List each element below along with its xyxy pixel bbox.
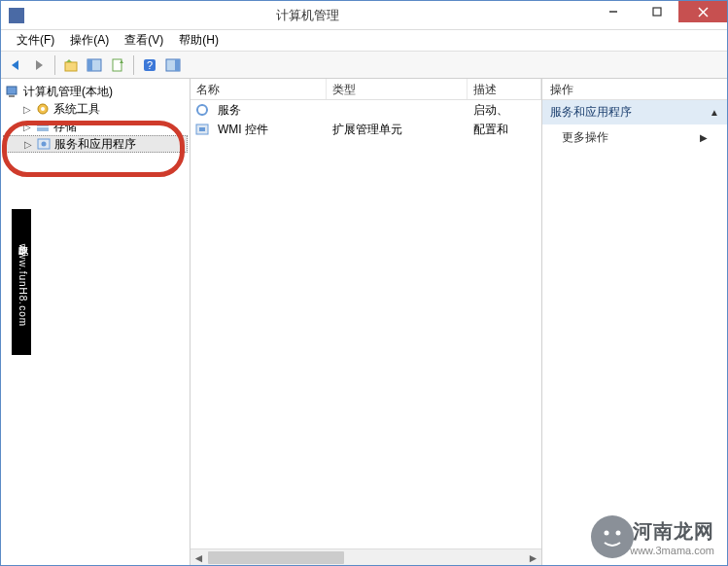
svg-rect-22 xyxy=(199,127,205,131)
scroll-right-icon[interactable]: ► xyxy=(525,549,541,565)
panes2-icon xyxy=(165,57,181,73)
titlebar: 计算机管理 xyxy=(1,1,727,30)
wmi-row-icon xyxy=(191,122,212,137)
tree-item-services-label: 服务和应用程序 xyxy=(54,136,136,153)
expand-icon-2[interactable]: ▷ xyxy=(22,122,32,132)
svg-rect-7 xyxy=(113,59,121,71)
help-icon: ? xyxy=(142,57,157,73)
cell-type-1: 扩展管理单元 xyxy=(327,122,468,138)
tree-item-storage[interactable]: ▷ 存储 xyxy=(3,118,188,135)
up-button[interactable] xyxy=(60,54,82,76)
list-header: 名称 类型 描述 xyxy=(191,79,541,100)
app-icon xyxy=(9,8,24,23)
cell-desc-1: 配置和 xyxy=(468,122,541,138)
actions-context-title[interactable]: 服务和应用程序 ▲ xyxy=(542,100,727,124)
cell-desc-0: 启动、 xyxy=(468,102,541,119)
actions-body: 服务和应用程序 ▲ 更多操作 ▶ xyxy=(542,100,727,565)
actions-pane: 操作 服务和应用程序 ▲ 更多操作 ▶ xyxy=(542,79,727,565)
svg-rect-12 xyxy=(7,87,17,94)
window: 计算机管理 文件(F) 操作(A) 查看(V) 帮助(H) xyxy=(0,0,728,566)
folder-up-icon xyxy=(63,57,79,73)
services-row-icon xyxy=(191,102,212,118)
svg-point-24 xyxy=(605,531,609,536)
minimize-button[interactable] xyxy=(591,1,635,22)
side-watermark: 放肆吧 www.funH8.com xyxy=(12,209,31,355)
cell-name-0: 服务 xyxy=(212,102,327,119)
forward-button[interactable] xyxy=(28,54,50,76)
help-button[interactable]: ? xyxy=(139,54,160,76)
svg-rect-1 xyxy=(653,8,661,16)
show-hide-console-button[interactable] xyxy=(84,54,105,76)
menu-action[interactable]: 操作(A) xyxy=(62,30,117,51)
svg-rect-11 xyxy=(175,59,180,71)
col-header-type[interactable]: 类型 xyxy=(327,79,468,99)
svg-point-20 xyxy=(197,105,207,115)
export-icon xyxy=(110,57,125,73)
svg-rect-4 xyxy=(65,62,77,71)
svg-point-23 xyxy=(591,515,634,558)
expand-icon-3[interactable]: ▷ xyxy=(23,139,33,150)
computer-icon xyxy=(5,84,20,99)
panes-icon xyxy=(87,57,102,73)
col-header-name[interactable]: 名称 xyxy=(191,79,327,99)
menu-view[interactable]: 查看(V) xyxy=(117,30,171,51)
toolbar-separator-2 xyxy=(133,55,134,75)
list-pane: 名称 类型 描述 服务 启动、 WMI 控件 xyxy=(191,79,542,565)
expand-icon[interactable]: ▷ xyxy=(22,104,32,115)
list-row-wmi[interactable]: WMI 控件 扩展管理单元 配置和 xyxy=(191,120,541,139)
horizontal-scrollbar[interactable]: ◄ ► xyxy=(191,548,541,565)
action-more[interactable]: 更多操作 ▶ xyxy=(542,124,727,151)
watermark-text: 河南龙网 www.3mama.com xyxy=(630,518,714,556)
close-icon xyxy=(698,7,709,18)
tree-item-storage-label: 存储 xyxy=(53,119,77,135)
watermark-line2: www.3mama.com xyxy=(630,545,714,556)
forward-icon xyxy=(31,57,47,73)
svg-point-25 xyxy=(616,531,621,536)
actions-header: 操作 xyxy=(542,79,727,100)
tree-item-tools-label: 系统工具 xyxy=(53,101,100,118)
body: 计算机管理(本地) ▷ 系统工具 ▷ 存储 ▷ xyxy=(1,79,727,565)
tree-root-label: 计算机管理(本地) xyxy=(23,84,113,100)
storage-icon xyxy=(35,119,51,134)
watermark-line1: 河南龙网 xyxy=(630,518,714,545)
svg-point-19 xyxy=(42,142,47,147)
export-button[interactable] xyxy=(107,54,128,76)
scroll-left-icon[interactable]: ◄ xyxy=(191,549,207,565)
svg-rect-6 xyxy=(87,59,92,71)
list-body: 服务 启动、 WMI 控件 扩展管理单元 配置和 xyxy=(191,100,541,548)
svg-rect-13 xyxy=(9,95,15,97)
action-more-label: 更多操作 xyxy=(562,129,608,146)
tree-root[interactable]: 计算机管理(本地) xyxy=(3,83,188,100)
svg-rect-17 xyxy=(37,127,49,131)
tree-item-system-tools[interactable]: ▷ 系统工具 xyxy=(3,100,188,118)
scroll-thumb[interactable] xyxy=(208,551,344,564)
svg-rect-16 xyxy=(37,123,49,126)
collapse-icon: ▲ xyxy=(710,107,719,118)
list-row-services[interactable]: 服务 启动、 xyxy=(191,100,541,120)
back-button[interactable] xyxy=(5,54,26,76)
cell-name-1: WMI 控件 xyxy=(212,122,327,138)
maximize-button[interactable] xyxy=(635,1,678,22)
properties-button[interactable] xyxy=(162,54,184,76)
menubar: 文件(F) 操作(A) 查看(V) 帮助(H) xyxy=(1,30,727,52)
toolbar: ? xyxy=(1,52,727,79)
menu-file[interactable]: 文件(F) xyxy=(9,30,62,51)
svg-point-15 xyxy=(41,107,45,111)
col-header-desc[interactable]: 描述 xyxy=(468,79,541,99)
minimize-icon xyxy=(608,7,618,17)
watermark-logo xyxy=(589,513,636,560)
toolbar-separator xyxy=(54,55,55,75)
services-icon xyxy=(36,136,52,152)
menu-help[interactable]: 帮助(H) xyxy=(171,30,226,51)
maximize-icon xyxy=(652,7,662,17)
window-title: 计算机管理 xyxy=(24,7,591,24)
window-controls xyxy=(591,1,727,29)
actions-context-label: 服务和应用程序 xyxy=(550,104,632,121)
tools-icon xyxy=(35,101,51,117)
svg-text:?: ? xyxy=(147,59,153,71)
submenu-icon: ▶ xyxy=(700,132,708,143)
close-button[interactable] xyxy=(678,1,727,22)
tree-item-services-apps[interactable]: ▷ 服务和应用程序 xyxy=(3,135,188,153)
back-icon xyxy=(8,57,23,73)
